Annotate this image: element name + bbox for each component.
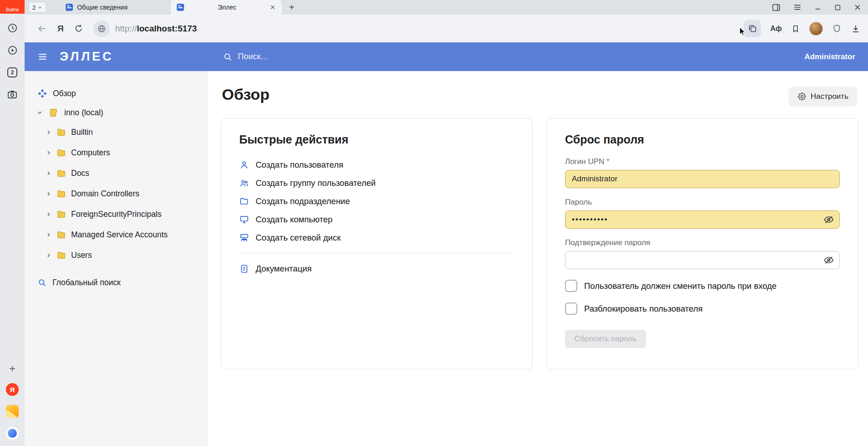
sidebar-item-global-search[interactable]: Глобальный поиск <box>25 273 208 292</box>
yandex-app-icon[interactable]: Я <box>6 383 19 396</box>
site-globe-icon[interactable] <box>93 21 110 37</box>
app-logo[interactable]: ЭЛЛЕС <box>60 50 114 64</box>
folder-icon <box>56 210 66 219</box>
unlock-user-checkbox[interactable] <box>565 302 577 315</box>
card-title: Сброс пароля <box>565 133 840 146</box>
tree-node-label: Docs <box>71 169 89 178</box>
change-password-checkbox[interactable] <box>565 280 577 292</box>
tab-close-icon[interactable]: ✕ <box>270 4 276 11</box>
search-icon <box>223 52 232 62</box>
tree-node-builtin[interactable]: Builtin <box>25 122 208 143</box>
tab-group-counter[interactable]: 2 <box>28 2 46 13</box>
action-label: Создать сетевой диск <box>256 233 341 243</box>
reset-password-button[interactable]: Сбросить пароль <box>565 330 646 348</box>
tree-node-users[interactable]: Users <box>25 245 208 266</box>
eye-off-icon <box>823 214 834 225</box>
signin-button[interactable]: Войти <box>0 0 25 14</box>
close-window-icon[interactable] <box>853 3 862 11</box>
search-input[interactable] <box>238 52 375 62</box>
login-label: Логин UPN * <box>565 157 840 166</box>
chevron-right-icon[interactable] <box>46 252 51 258</box>
sidebar-item-overview[interactable]: Обзор <box>25 84 208 103</box>
mail-app-icon[interactable] <box>6 405 19 418</box>
yandex-button[interactable]: Я <box>57 24 64 34</box>
login-input[interactable] <box>565 170 840 188</box>
url-field[interactable]: http:// localhost:5173 <box>115 24 197 34</box>
action-documentation[interactable]: Документация <box>239 261 514 276</box>
tree-node-label: ForeignSecurityPrincipals <box>71 210 161 219</box>
configure-button[interactable]: Настроить <box>789 87 857 107</box>
minimize-icon[interactable] <box>814 3 822 11</box>
chevron-down-icon[interactable] <box>36 109 43 116</box>
page-title: Обзор <box>222 86 270 103</box>
tree-node-managed-service-accounts[interactable]: Managed Service Accounts <box>25 225 208 245</box>
tree-node-foreign-security-principals[interactable]: ForeignSecurityPrincipals <box>25 204 208 225</box>
action-create-computer[interactable]: Создать компьютер <box>239 212 514 227</box>
media-play-icon[interactable] <box>7 45 18 56</box>
checkbox-row-change-password: Пользователь должен сменить пароль при в… <box>565 280 840 292</box>
chevron-right-icon[interactable] <box>46 232 51 238</box>
configure-label: Настроить <box>811 92 848 101</box>
confirm-password-input[interactable] <box>565 251 840 269</box>
action-create-org-unit[interactable]: Создать подразделение <box>239 194 514 209</box>
menu-icon[interactable] <box>793 3 802 12</box>
tree-node-label: Computers <box>71 148 110 158</box>
toggle-password-visibility-button[interactable] <box>823 214 834 225</box>
app-search[interactable] <box>223 52 375 62</box>
required-asterisk: * <box>606 157 610 166</box>
action-label: Создать пользователя <box>256 160 344 170</box>
account-name[interactable]: Administrator <box>805 52 855 62</box>
toggle-confirm-visibility-button[interactable] <box>823 255 834 266</box>
bookmark-icon[interactable] <box>791 24 800 33</box>
tab-elles-active[interactable]: Эллес ✕ <box>170 0 282 15</box>
translate-icon[interactable]: Aф <box>770 25 782 33</box>
action-label: Создать подразделение <box>256 196 350 206</box>
chevron-right-icon[interactable] <box>46 129 51 135</box>
tree-node-domain[interactable]: inno (local) <box>25 103 208 122</box>
folder-icon <box>56 169 66 178</box>
alice-icon[interactable] <box>6 427 19 440</box>
action-label: Создать компьютер <box>256 215 333 225</box>
copy-tabs-icon[interactable] <box>744 20 761 37</box>
tab-favicon <box>177 4 184 11</box>
history-icon[interactable] <box>7 23 18 33</box>
side-panel-icon[interactable] <box>771 3 781 12</box>
screenshot-icon[interactable] <box>7 89 18 100</box>
sidebar-item-label: Глобальный поиск <box>52 278 121 287</box>
tree-node-domain-controllers[interactable]: Domain Controllers <box>25 184 208 204</box>
apps-icon <box>38 89 47 98</box>
computer-icon <box>239 215 249 225</box>
new-tab-button[interactable]: + <box>289 2 294 13</box>
reload-icon[interactable] <box>74 24 83 33</box>
back-icon[interactable] <box>36 23 47 34</box>
tree-node-label: Builtin <box>71 128 93 137</box>
profile-avatar[interactable] <box>809 22 823 36</box>
tree-node-computers[interactable]: Computers <box>25 143 208 163</box>
search-icon <box>38 278 46 287</box>
tab-title: Эллес <box>188 4 266 11</box>
gear-icon <box>797 92 806 101</box>
chevron-right-icon[interactable] <box>46 150 51 156</box>
chevron-right-icon[interactable] <box>46 191 51 197</box>
action-create-user[interactable]: Создать пользователя <box>239 157 514 172</box>
action-create-network-drive[interactable]: Создать сетевой диск <box>239 230 514 245</box>
tab-strip: 2 Общие сведения Эллес ✕ + <box>25 0 868 15</box>
browser-sidebar: Войти 2 + Я <box>0 0 25 446</box>
tab-count-badge[interactable]: 2 <box>7 67 17 77</box>
app-menu-icon[interactable] <box>37 51 48 62</box>
main-content: Обзор Настроить Быстрые действия Создать… <box>208 71 868 446</box>
sidebar-add-icon[interactable]: + <box>9 363 15 374</box>
confirm-password-label: Подтверждение пароля <box>565 238 840 247</box>
address-bar: Я http:// localhost:5173 Aф <box>25 15 868 42</box>
protect-icon[interactable] <box>832 24 842 33</box>
chevron-right-icon[interactable] <box>46 211 51 217</box>
checkbox-label: Разблокировать пользователя <box>584 304 703 314</box>
password-input[interactable] <box>565 210 840 229</box>
chevron-right-icon[interactable] <box>46 170 51 176</box>
download-icon[interactable] <box>851 24 861 34</box>
tree-node-docs[interactable]: Docs <box>25 163 208 184</box>
maximize-icon[interactable] <box>834 4 842 11</box>
tab-general-info[interactable]: Общие сведения <box>59 0 170 15</box>
document-icon <box>239 264 249 274</box>
action-create-user-group[interactable]: Создать группу пользователей <box>239 175 514 190</box>
